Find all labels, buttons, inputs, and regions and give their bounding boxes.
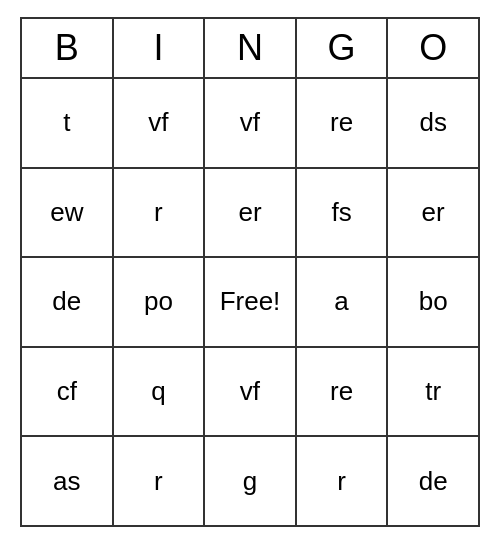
bingo-cell-r2-c0: de [22, 258, 114, 346]
bingo-row-2: depoFree!abo [22, 258, 478, 348]
bingo-cell-r0-c3: re [297, 79, 389, 167]
bingo-card: BINGO tvfvfredsewrerfserdepoFree!abocfqv… [20, 17, 480, 527]
bingo-cell-r0-c1: vf [114, 79, 206, 167]
bingo-row-3: cfqvfretr [22, 348, 478, 438]
header-cell-b: B [22, 19, 114, 77]
bingo-cell-r1-c0: ew [22, 169, 114, 257]
bingo-cell-r3-c4: tr [388, 348, 478, 436]
bingo-cell-r3-c1: q [114, 348, 206, 436]
bingo-cell-r1-c2: er [205, 169, 297, 257]
bingo-row-0: tvfvfreds [22, 79, 478, 169]
bingo-cell-r4-c0: as [22, 437, 114, 525]
bingo-header: BINGO [22, 19, 478, 79]
bingo-cell-r0-c0: t [22, 79, 114, 167]
header-cell-n: N [205, 19, 297, 77]
bingo-cell-r2-c4: bo [388, 258, 478, 346]
bingo-cell-r4-c4: de [388, 437, 478, 525]
bingo-cell-r2-c1: po [114, 258, 206, 346]
bingo-body: tvfvfredsewrerfserdepoFree!abocfqvfretra… [22, 79, 478, 525]
bingo-cell-r2-c2: Free! [205, 258, 297, 346]
header-cell-i: I [114, 19, 206, 77]
bingo-cell-r3-c3: re [297, 348, 389, 436]
bingo-cell-r1-c1: r [114, 169, 206, 257]
bingo-cell-r0-c2: vf [205, 79, 297, 167]
bingo-cell-r3-c0: cf [22, 348, 114, 436]
bingo-cell-r3-c2: vf [205, 348, 297, 436]
bingo-row-1: ewrerfser [22, 169, 478, 259]
bingo-row-4: asrgrde [22, 437, 478, 525]
bingo-cell-r4-c3: r [297, 437, 389, 525]
bingo-cell-r4-c2: g [205, 437, 297, 525]
bingo-cell-r1-c4: er [388, 169, 478, 257]
bingo-cell-r2-c3: a [297, 258, 389, 346]
bingo-cell-r1-c3: fs [297, 169, 389, 257]
header-cell-o: O [388, 19, 478, 77]
header-cell-g: G [297, 19, 389, 77]
bingo-cell-r4-c1: r [114, 437, 206, 525]
bingo-cell-r0-c4: ds [388, 79, 478, 167]
